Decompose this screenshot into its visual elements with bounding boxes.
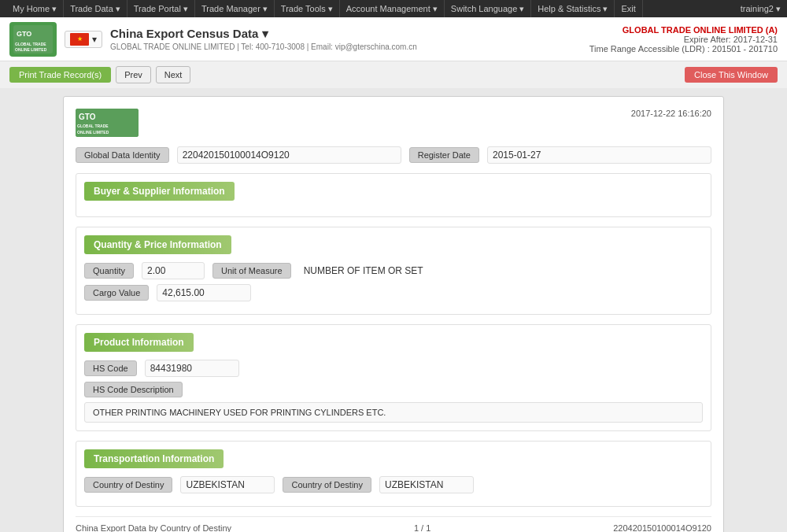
product-header: Product Information xyxy=(84,333,194,352)
quantity-row: Quantity 2.00 Unit of Measure NUMBER OF … xyxy=(84,262,703,279)
hs-code-value: 84431980 xyxy=(145,360,239,377)
transportation-section: Transportation Information Country of De… xyxy=(76,441,711,507)
main-content: GTO GLOBAL TRADE ONLINE LIMITED 2017-12-… xyxy=(0,88,787,532)
country-of-destiny-value: UZBEKISTAN xyxy=(180,476,275,493)
card-header: GTO GLOBAL TRADE ONLINE LIMITED 2017-12-… xyxy=(76,109,711,137)
logo: GTO GLOBAL TRADE ONLINE LIMITED xyxy=(9,22,57,57)
svg-text:GTO: GTO xyxy=(17,30,31,38)
cargo-value-value: 42,615.00 xyxy=(157,284,251,301)
action-bar-right: Close This Window xyxy=(685,67,778,83)
transportation-header: Transportation Information xyxy=(84,449,224,468)
svg-text:GLOBAL TRADE: GLOBAL TRADE xyxy=(77,124,109,128)
svg-text:ONLINE LIMITED: ONLINE LIMITED xyxy=(77,130,109,135)
record-card: GTO GLOBAL TRADE ONLINE LIMITED 2017-12-… xyxy=(63,96,724,532)
cargo-value-label: Cargo Value xyxy=(84,285,149,301)
nav-trade-portal[interactable]: Trade Portal ▾ xyxy=(127,0,195,17)
nav-trade-manager[interactable]: Trade Manager ▾ xyxy=(195,0,275,17)
nav-exit[interactable]: Exit xyxy=(615,0,642,17)
cargo-row: Cargo Value 42,615.00 xyxy=(84,284,703,301)
quantity-price-section: Quantity & Price Information Quantity 2.… xyxy=(76,227,711,315)
svg-text:GTO: GTO xyxy=(79,113,96,121)
global-data-identity-label: Global Data Identity xyxy=(76,147,169,163)
page-title: China Export Census Data ▾ xyxy=(110,27,417,41)
hs-code-label: HS Code xyxy=(84,360,137,376)
print-button-top[interactable]: Print Trade Record(s) xyxy=(9,67,111,83)
china-flag: ★ xyxy=(70,33,89,46)
transport-row: Country of Destiny UZBEKISTAN Country of… xyxy=(84,476,703,493)
expire-label: Expire After: 2017-12-31 xyxy=(589,35,778,44)
chevron-down-icon: ▾ xyxy=(92,34,97,45)
country-of-destiny2-label: Country of Destiny xyxy=(283,477,371,493)
global-data-identity-value: 220420150100014O9120 xyxy=(177,146,401,164)
country-selector[interactable]: ★ ▾ xyxy=(65,31,102,48)
svg-text:ONLINE LIMITED: ONLINE LIMITED xyxy=(15,47,47,52)
svg-text:GLOBAL TRADE: GLOBAL TRADE xyxy=(15,42,46,46)
nav-trade-tools[interactable]: Trade Tools ▾ xyxy=(275,0,340,17)
nav-my-home[interactable]: My Home ▾ xyxy=(6,0,64,17)
close-button-top[interactable]: Close This Window xyxy=(685,67,778,83)
record-footer: China Export Data by Country of Destiny … xyxy=(76,516,711,532)
product-section: Product Information HS Code 84431980 HS … xyxy=(76,324,711,431)
record-footer-id: 220420150100014O9120 xyxy=(613,523,711,532)
header-title-block: China Export Census Data ▾ GLOBAL TRADE … xyxy=(110,27,417,51)
hs-desc-row: HS Code Description xyxy=(84,382,703,397)
quantity-value: 2.00 xyxy=(142,262,205,279)
register-date-label: Register Date xyxy=(409,147,479,163)
quantity-label: Quantity xyxy=(84,263,134,279)
nav-trade-data[interactable]: Trade Data ▾ xyxy=(64,0,127,17)
card-logo: GTO GLOBAL TRADE ONLINE LIMITED xyxy=(76,109,139,137)
top-navigation: My Home ▾ Trade Data ▾ Trade Portal ▾ Tr… xyxy=(0,0,787,17)
user-label[interactable]: training2 ▾ xyxy=(741,4,781,14)
nav-switch-language[interactable]: Switch Language ▾ xyxy=(445,0,531,17)
header-left: GTO GLOBAL TRADE ONLINE LIMITED ★ ▾ Chin… xyxy=(9,22,417,57)
country-of-destiny2-value: UZBEKISTAN xyxy=(379,476,474,493)
hs-code-desc-value: OTHER PRINTING MACHINERY USED FOR PRINTI… xyxy=(84,402,703,423)
card-timestamp: 2017-12-22 16:16:20 xyxy=(631,109,711,118)
nav-help-statistics[interactable]: Help & Statistics ▾ xyxy=(531,0,615,17)
buyer-supplier-header: Buyer & Supplier Information xyxy=(84,182,235,201)
top-action-bar: Print Trade Record(s) Prev Next Close Th… xyxy=(0,61,787,88)
register-date-value: 2015-01-27 xyxy=(487,146,711,164)
next-button-top[interactable]: Next xyxy=(156,66,191,83)
unit-of-measure-label: Unit of Measure xyxy=(212,263,291,279)
page-subtitle: GLOBAL TRADE ONLINE LIMITED | Tel: 400-7… xyxy=(110,42,417,51)
unit-of-measure-value: NUMBER OF ITEM OR SET xyxy=(299,264,428,278)
record-footer-page: 1 / 1 xyxy=(414,523,430,532)
nav-items-left: My Home ▾ Trade Data ▾ Trade Portal ▾ Tr… xyxy=(6,0,643,17)
header-right: GLOBAL TRADE ONLINE LIMITED (A) Expire A… xyxy=(589,25,778,54)
hs-code-desc-label: HS Code Description xyxy=(84,382,183,397)
record-footer-left: China Export Data by Country of Destiny xyxy=(76,523,231,532)
account-label: GLOBAL TRADE ONLINE LIMITED (A) xyxy=(589,25,778,35)
hs-code-row: HS Code 84431980 xyxy=(84,360,703,377)
nav-account-management[interactable]: Account Management ▾ xyxy=(340,0,445,17)
quantity-price-header: Quantity & Price Information xyxy=(84,235,231,254)
prev-button-top[interactable]: Prev xyxy=(116,66,151,83)
time-range-label: Time Range Accessible (LDR) : 201501 - 2… xyxy=(589,44,778,54)
country-of-destiny-label: Country of Destiny xyxy=(84,477,172,493)
identity-row: Global Data Identity 220420150100014O912… xyxy=(76,146,711,164)
buyer-supplier-section: Buyer & Supplier Information xyxy=(76,173,711,217)
action-bar-left: Print Trade Record(s) Prev Next xyxy=(9,66,190,83)
header-bar: GTO GLOBAL TRADE ONLINE LIMITED ★ ▾ Chin… xyxy=(0,17,787,61)
